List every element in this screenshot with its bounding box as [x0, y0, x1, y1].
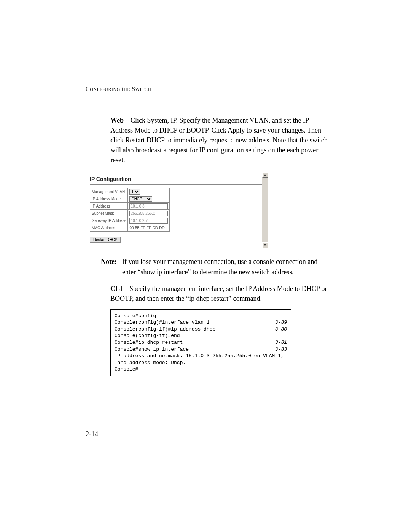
cli-paragraph: CLI – Specify the management interface, … [110, 284, 329, 304]
ip-label: IP Address [90, 203, 128, 210]
running-header: CONFIGURING tHE SWITCH [86, 86, 329, 93]
cli-ref: 3-81 [275, 339, 287, 346]
web-paragraph: Web – Click System, IP. Specify the Mana… [110, 115, 329, 165]
cli-ref: 3-80 [275, 326, 287, 333]
mode-cell: DHCP [128, 195, 170, 203]
mask-cell [128, 210, 170, 217]
ip-input[interactable] [129, 203, 168, 209]
mgmt-vlan-label: Management VLAN [90, 188, 128, 195]
mode-select[interactable]: DHCP [129, 196, 152, 202]
table-row: IP Address [90, 203, 170, 210]
gw-input[interactable] [129, 218, 168, 224]
cli-line: Console(config)#interface vlan 1 [115, 319, 210, 326]
cli-line: Console# [115, 366, 138, 373]
scroll-down-icon[interactable]: ▼ [262, 242, 268, 248]
table-row: IP Address Mode DHCP [90, 195, 170, 203]
gw-cell [128, 217, 170, 224]
cli-line: Console#show ip interface [115, 346, 189, 353]
scroll-up-icon[interactable]: ▲ [262, 172, 268, 178]
page-number: 2-14 [86, 430, 98, 438]
gw-label: Gateway IP Address [90, 217, 128, 224]
config-table: Management VLAN 1 IP Address Mode DHCP I… [90, 188, 170, 232]
cli-line: Console#config [115, 313, 156, 320]
scrollbar[interactable]: ▲ ▼ [262, 172, 268, 248]
mode-label: IP Address Mode [90, 195, 128, 203]
table-row: Management VLAN 1 [90, 188, 170, 195]
cli-ref: 3-83 [275, 346, 287, 353]
mac-value: 00-55-FF-FF-DD-DD [128, 224, 170, 232]
mask-label: Subnet Mask [90, 210, 128, 217]
cli-line: Console(config-if)#ip address dhcp [115, 326, 215, 333]
restart-dhcp-button[interactable]: Restart DHCP [90, 237, 121, 243]
cli-line: Console#ip dhcp restart [115, 339, 183, 346]
mask-input[interactable] [129, 211, 168, 216]
ip-config-screenshot: IP Configuration Management VLAN 1 IP Ad… [86, 172, 268, 248]
mgmt-vlan-cell: 1 [128, 188, 170, 195]
cli-line: IP address and netmask: 10.1.0.3 255.255… [115, 353, 284, 359]
mgmt-vlan-select[interactable]: 1 [129, 189, 140, 195]
table-row: MAC Address 00-55-FF-FF-DD-DD [90, 224, 170, 232]
cli-listing: Console#config Console(config)#interface… [110, 309, 291, 376]
table-row: Subnet Mask [90, 210, 170, 217]
cli-line: and address mode: Dhcp. [115, 359, 186, 366]
web-text: – Click System, IP. Specify the Manageme… [110, 117, 328, 164]
page-content: CONFIGURING tHE SWITCH // placeholder – … [86, 86, 329, 376]
cli-lead: CLI [110, 285, 123, 292]
table-row: Gateway IP Address [90, 217, 170, 224]
cli-line: Console(config-if)#end [115, 332, 180, 339]
mac-label: MAC Address [90, 224, 128, 232]
note-block: Note: If you lose your management connec… [101, 257, 329, 276]
panel-title: IP Configuration [90, 176, 264, 185]
cli-text: – Specify the management interface, set … [110, 285, 327, 302]
note-label: Note: [101, 257, 122, 276]
web-lead: Web [110, 117, 124, 124]
ip-cell [128, 203, 170, 210]
cli-ref: 3-89 [275, 319, 287, 326]
note-text: If you lose your management connection, … [122, 257, 329, 276]
